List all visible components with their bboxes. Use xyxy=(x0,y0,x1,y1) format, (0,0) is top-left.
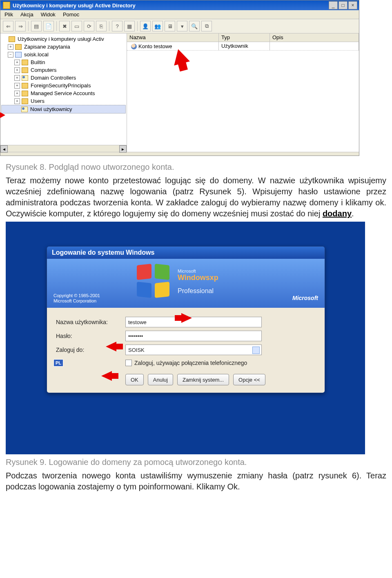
tree-root-label: Użytkownicy i komputery usługi Activ xyxy=(18,36,104,42)
tree-users[interactable]: + Users xyxy=(1,97,126,105)
forward-icon[interactable]: ⇒ xyxy=(15,21,26,31)
list-header: Nazwa Typ Opis xyxy=(127,33,359,42)
tree-item-label: Zapisane zapytania xyxy=(24,44,70,50)
window-title: Użytkownicy i komputery usługi Active Di… xyxy=(13,2,329,9)
search-icon[interactable]: 🔍 xyxy=(189,21,200,31)
brand-xp: xp xyxy=(210,273,218,282)
tree-root[interactable]: Użytkownicy i komputery usługi Activ xyxy=(1,35,126,43)
tree-item-label: Nowi użytkownicy xyxy=(30,106,72,112)
col-desc[interactable]: Opis xyxy=(270,33,359,42)
col-type[interactable]: Typ xyxy=(219,33,270,42)
tree-new-users[interactable]: Nowi użytkownicy xyxy=(1,105,126,113)
annotation-arrow-icon xyxy=(181,313,192,323)
list-cell-name: Konto testowe xyxy=(138,43,172,49)
brand-win-text: Windows xyxy=(178,273,210,282)
tree-item-label: Builtin xyxy=(31,59,45,65)
delete-icon[interactable]: ✖ xyxy=(59,21,70,31)
link-dodany[interactable]: dodany xyxy=(323,209,352,218)
users-icon[interactable]: 👥 xyxy=(152,21,163,31)
domain-icon xyxy=(15,52,22,58)
expander-icon[interactable]: + xyxy=(8,44,13,50)
help-icon[interactable]: ? xyxy=(112,21,122,31)
scroll-left-icon[interactable]: ◄ xyxy=(0,145,8,153)
menu-widok[interactable]: Widok xyxy=(41,11,56,18)
login-screenshot: Logowanie do systemu Windows Microsoft W… xyxy=(6,222,365,454)
scroll-right-icon[interactable]: ► xyxy=(119,145,127,153)
list2-icon[interactable]: ▦ xyxy=(124,21,135,31)
menubar: Plik Akcja Widok Pomoc xyxy=(0,10,359,19)
cancel-button[interactable]: Anuluj xyxy=(148,374,173,385)
tree-msa[interactable]: + Managed Service Accounts xyxy=(1,89,126,97)
folder-icon xyxy=(22,91,28,96)
folder-icon xyxy=(22,67,28,73)
folder-icon xyxy=(22,60,28,65)
tree-dcs[interactable]: + Domain Controllers xyxy=(1,74,126,82)
tree-saved-queries[interactable]: + Zapisane zapytania xyxy=(1,43,126,51)
scrollbar[interactable]: ◄ ► xyxy=(0,145,127,152)
tree-item-label: Domain Controllers xyxy=(31,75,76,81)
menu-plik[interactable]: Plik xyxy=(4,11,13,18)
list-row[interactable]: Konto testowe Użytkownik xyxy=(127,42,359,51)
username-input[interactable]: testowe xyxy=(125,317,262,327)
filter-icon[interactable]: ▾ xyxy=(177,21,187,31)
tree-domain[interactable]: − soisk.local xyxy=(1,51,126,58)
titlebar: Użytkownicy i komputery usługi Active Di… xyxy=(0,0,359,10)
annotation-arrow-icon xyxy=(101,371,112,381)
language-badge[interactable]: PL xyxy=(53,359,63,367)
options-button[interactable]: Opcje << xyxy=(233,374,265,385)
ok-button[interactable]: OK xyxy=(125,374,144,385)
props-icon[interactable]: 📄 xyxy=(43,21,54,31)
password-input[interactable]: •••••••• xyxy=(125,331,262,341)
back-icon[interactable]: ⇐ xyxy=(3,21,13,31)
domain-value: SOISK xyxy=(128,347,145,353)
expander-icon[interactable]: + xyxy=(14,67,20,73)
disp-icon[interactable]: ⧉ xyxy=(201,21,212,31)
tree-computers[interactable]: + Computers xyxy=(1,66,126,74)
expander-icon[interactable]: + xyxy=(14,75,20,81)
figure-caption-8: Rysunek 8. Podgląd nowo utworzonego kont… xyxy=(6,162,386,172)
folder-icon xyxy=(15,44,22,50)
domain-select[interactable]: SOISK xyxy=(125,345,262,355)
col-name[interactable]: Nazwa xyxy=(127,33,219,42)
shutdown-button[interactable]: Zamknij system... xyxy=(177,374,229,385)
expander-icon[interactable]: + xyxy=(14,60,20,65)
maximize-button[interactable]: □ xyxy=(339,1,347,9)
menu-akcja[interactable]: Akcja xyxy=(20,11,33,18)
dialup-label: Zaloguj, używając połączenia telefoniczn… xyxy=(134,360,247,366)
brand-win: Windowsxp xyxy=(178,273,218,287)
user-account-icon xyxy=(131,44,137,49)
login-title: Logowanie do systemu Windows xyxy=(47,247,325,259)
brand-block: Microsoft Windowsxp Professional xyxy=(178,269,218,295)
menu-pomoc[interactable]: Pomoc xyxy=(63,11,79,18)
list-pane: Nazwa Typ Opis Konto testowe Użytkownik xyxy=(127,33,359,152)
figure-caption-9: Rysunek 9. Logowanie do domeny za pomocą… xyxy=(6,458,386,467)
windows-flag-icon xyxy=(137,265,169,297)
folder-icon xyxy=(22,83,28,89)
pc-icon[interactable]: 🖥 xyxy=(165,21,175,31)
brand-ms: Microsoft xyxy=(178,269,218,273)
expander-icon[interactable]: + xyxy=(14,91,20,96)
expander-icon[interactable]: + xyxy=(14,98,20,104)
tree-item-label: soisk.local xyxy=(24,51,49,58)
minimize-button[interactable]: _ xyxy=(329,1,338,9)
paragraph-1: Teraz możemy nowe konto przetestować log… xyxy=(6,175,386,219)
annotation-arrow-icon xyxy=(0,111,5,119)
expander-icon[interactable]: + xyxy=(14,83,20,89)
list-cell-desc xyxy=(270,42,359,50)
user-icon[interactable]: 👤 xyxy=(140,21,151,31)
up-icon[interactable]: ▤ xyxy=(31,21,42,31)
microsoft-logo: Microsoft xyxy=(292,295,318,301)
app-icon xyxy=(3,2,10,9)
tree-item-label: Managed Service Accounts xyxy=(31,90,95,96)
tree-builtin[interactable]: + Builtin xyxy=(1,58,126,66)
refresh-icon[interactable]: ⟳ xyxy=(84,21,94,31)
doc-icon[interactable]: ▭ xyxy=(71,21,82,31)
export-icon[interactable]: ⎘ xyxy=(96,21,107,31)
label-username: Nazwa użytkownika: xyxy=(56,319,121,325)
expander-icon[interactable]: − xyxy=(8,52,13,58)
tree-item-label: Computers xyxy=(31,67,57,73)
close-button[interactable]: × xyxy=(348,1,357,9)
tree-fsp[interactable]: + ForeignSecurityPrincipals xyxy=(1,82,126,89)
dialup-checkbox[interactable] xyxy=(125,360,132,366)
statusbar xyxy=(0,152,359,156)
